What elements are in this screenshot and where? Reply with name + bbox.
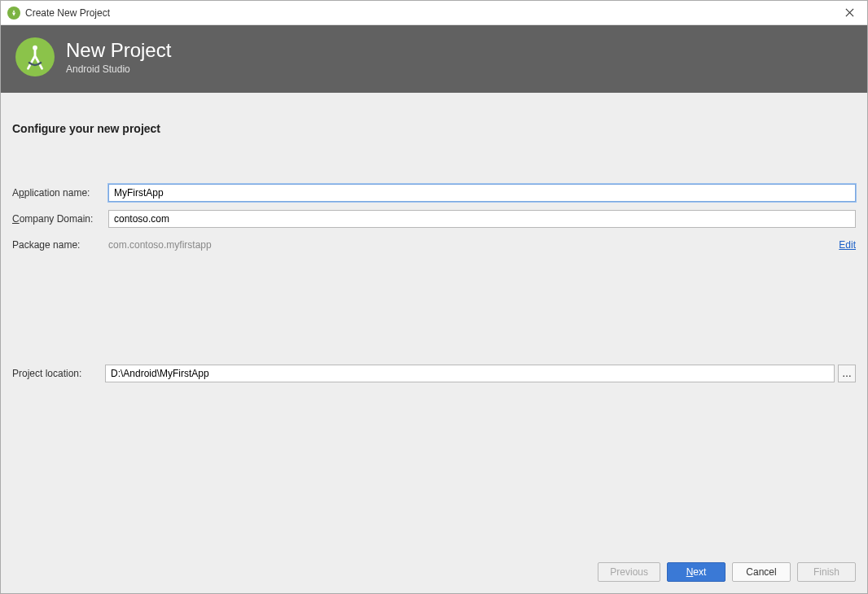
company-domain-label: Company Domain: <box>12 213 102 225</box>
section-title: Configure your new project <box>12 122 856 135</box>
ellipsis-icon: … <box>842 368 852 379</box>
window-title: Create New Project <box>25 7 110 19</box>
finish-button: Finish <box>797 562 856 582</box>
header-title: New Project <box>66 39 171 63</box>
field-company-domain: Company Domain: <box>12 210 856 228</box>
application-name-label: Application name: <box>12 187 102 199</box>
titlebar: Create New Project <box>1 1 867 25</box>
application-name-input[interactable] <box>108 184 856 202</box>
edit-package-link[interactable]: Edit <box>839 239 856 251</box>
field-application-name: Application name: <box>12 184 856 202</box>
project-location-label: Project location: <box>12 368 102 379</box>
browse-location-button[interactable]: … <box>838 365 856 382</box>
close-button[interactable] <box>835 2 864 24</box>
project-form: Application name: Company Domain: Packag… <box>12 184 856 382</box>
android-studio-icon <box>7 7 20 20</box>
field-project-location: Project location: … <box>12 365 856 382</box>
header-subtitle: Android Studio <box>66 63 171 75</box>
package-name-value: com.contoso.myfirstapp <box>108 239 212 251</box>
close-icon <box>845 8 854 17</box>
project-location-input[interactable] <box>105 365 835 382</box>
content-area: Configure your new project Application n… <box>1 93 867 553</box>
previous-button: Previous <box>598 562 660 582</box>
header-band: New Project Android Studio <box>1 25 867 93</box>
next-button[interactable]: Next <box>667 562 726 582</box>
cancel-button[interactable]: Cancel <box>732 562 791 582</box>
package-name-label: Package name: <box>12 239 102 251</box>
company-domain-input[interactable] <box>108 210 856 228</box>
field-package-name: Package name: com.contoso.myfirstapp Edi… <box>12 239 856 251</box>
footer: Previous Next Cancel Finish <box>1 553 867 593</box>
android-studio-logo <box>15 37 55 76</box>
